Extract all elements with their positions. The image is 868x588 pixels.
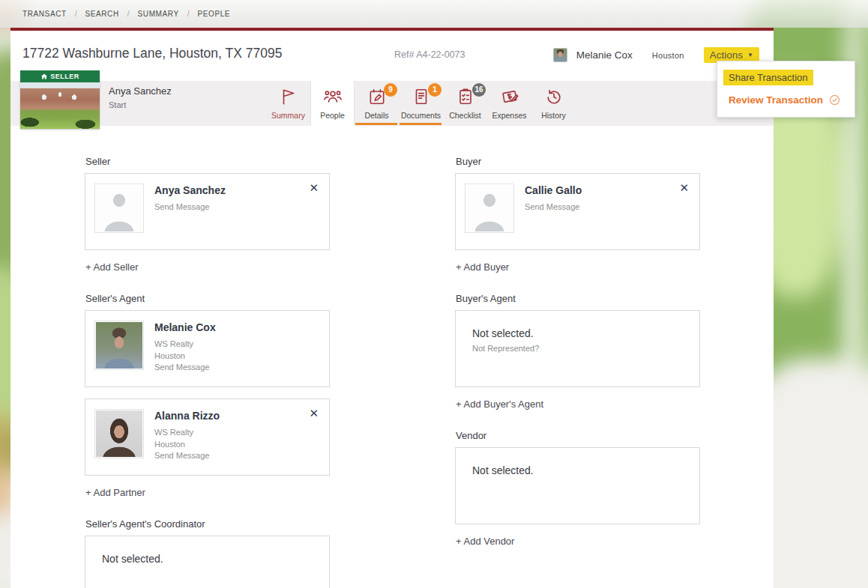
review-transaction-menuitem[interactable]: Review Transaction — [717, 94, 855, 106]
add-vendor-button[interactable]: + Add Vendor — [456, 536, 700, 547]
breadcrumb-separator: / — [187, 10, 190, 18]
tab-expenses[interactable]: Expenses — [487, 81, 531, 126]
avatar-placeholder — [94, 184, 144, 233]
client-name: Anya Sanchez — [109, 85, 172, 97]
office: Houston — [154, 439, 220, 451]
section-title-buyers-agent: Buyer's Agent — [456, 293, 700, 304]
send-message-link[interactable]: Send Message — [154, 362, 216, 374]
avatar — [553, 48, 567, 62]
people-icon — [323, 87, 343, 106]
details-badge: 9 — [384, 83, 397, 97]
review-transaction-label: Review Transaction — [729, 94, 823, 106]
documents-badge: 1 — [428, 83, 441, 97]
tab-history[interactable]: History — [531, 81, 576, 126]
actions-dropdown-menu: Share Transaction Review Transaction — [717, 61, 855, 118]
sellers-agent-card: Melanie Cox WS Realty Houston Send Messa… — [85, 310, 330, 387]
company: WS Realty — [154, 339, 216, 351]
shield-check-icon — [828, 94, 841, 106]
actions-label: Actions — [710, 49, 743, 61]
history-clock-icon — [544, 87, 564, 106]
house-icon — [40, 73, 48, 80]
vendor-card: Not selected. — [455, 447, 700, 524]
section-title-seller: Seller — [85, 156, 330, 167]
remove-buyer-icon[interactable]: ✕ — [679, 181, 689, 195]
company: WS Realty — [154, 427, 220, 439]
buyer-card: Callie Gallo Send Message ✕ — [455, 173, 700, 250]
transaction-header: 17722 Washburne Lane, Houston, TX 77095 … — [10, 31, 774, 81]
add-buyer-button[interactable]: + Add Buyer — [456, 261, 700, 273]
not-selected-text: Not selected. — [472, 464, 534, 476]
agent-photo — [94, 409, 144, 458]
coordinator-card: Not selected. — [85, 536, 330, 588]
send-message-link[interactable]: Send Message — [154, 201, 226, 213]
section-title-buyer: Buyer — [456, 156, 700, 167]
section-title-vendor: Vendor — [456, 430, 700, 441]
documents-attention-underline — [400, 123, 441, 125]
not-selected-text: Not selected. — [472, 327, 534, 339]
tab-people[interactable]: People — [310, 81, 355, 126]
tab-summary[interactable]: Summary — [266, 81, 310, 126]
user-name: Melanie Cox — [576, 49, 633, 61]
person-name: Anya Sanchez — [154, 184, 226, 196]
breadcrumb-separator: / — [127, 10, 130, 18]
partner-agent-card: Alanna Rizzo WS Realty Houston Send Mess… — [85, 398, 330, 476]
person-name: Callie Gallo — [525, 184, 582, 196]
add-buyers-agent-button[interactable]: + Add Buyer's Agent — [456, 398, 700, 410]
status-link[interactable]: Start — [109, 100, 126, 109]
office: Houston — [154, 351, 216, 363]
details-attention-underline — [355, 123, 397, 125]
page-title: 17722 Washburne Lane, Houston, TX 77095 — [22, 46, 282, 61]
agent-photo — [94, 321, 144, 370]
send-message-link[interactable]: Send Message — [525, 201, 582, 213]
tab-details[interactable]: 9 Details — [355, 81, 399, 126]
chevron-down-icon: ▼ — [747, 52, 753, 58]
breadcrumb-summary[interactable]: SUMMARY — [138, 10, 179, 18]
seller-card: Anya Sanchez Send Message ✕ — [85, 173, 330, 250]
breadcrumb-people[interactable]: PEOPLE — [197, 10, 230, 18]
remove-partner-icon[interactable]: ✕ — [309, 407, 319, 420]
tab-checklist[interactable]: 16 Checklist — [443, 81, 487, 126]
add-partner-button[interactable]: + Add Partner — [85, 487, 330, 498]
breadcrumb-transact[interactable]: TRANSACT — [22, 10, 67, 18]
not-represented-link[interactable]: Not Represented? — [472, 344, 539, 353]
people-content: Seller Anya Sanchez Send Message ✕ + Add… — [10, 126, 774, 588]
person-name: Alanna Rizzo — [154, 410, 220, 422]
add-seller-button[interactable]: + Add Seller — [85, 261, 330, 273]
remove-seller-icon[interactable]: ✕ — [309, 181, 319, 195]
section-title-sellers-agent: Seller's Agent — [85, 293, 330, 304]
reference-number: Ref# A4-22-0073 — [394, 49, 465, 60]
flag-icon — [279, 87, 298, 106]
send-message-link[interactable]: Send Message — [154, 450, 220, 462]
breadcrumb-separator: / — [75, 10, 77, 18]
breadcrumb: TRANSACT / SEARCH / SUMMARY / PEOPLE — [0, 0, 868, 28]
expense-pencil-icon — [500, 87, 519, 106]
person-name: Melanie Cox — [154, 321, 216, 333]
seller-side-badge: SELLER — [20, 70, 100, 82]
share-transaction-label: Share Transaction — [723, 70, 813, 85]
not-selected-text: Not selected. — [102, 553, 163, 565]
property-card[interactable]: SELLER — [20, 70, 100, 129]
avatar-placeholder — [465, 184, 514, 233]
share-transaction-menuitem[interactable]: Share Transaction — [723, 70, 849, 85]
tab-documents[interactable]: 1 Documents — [399, 81, 443, 126]
checklist-badge: 16 — [472, 83, 486, 97]
main-panel: 17722 Washburne Lane, Houston, TX 77095 … — [10, 28, 774, 588]
property-photo — [20, 82, 100, 129]
user-office: Houston — [652, 51, 684, 60]
section-title-coordinator: Seller's Agent's Coordinator — [85, 518, 330, 530]
breadcrumb-search[interactable]: SEARCH — [85, 10, 118, 18]
buyers-agent-card: Not selected. Not Represented? — [455, 310, 700, 387]
